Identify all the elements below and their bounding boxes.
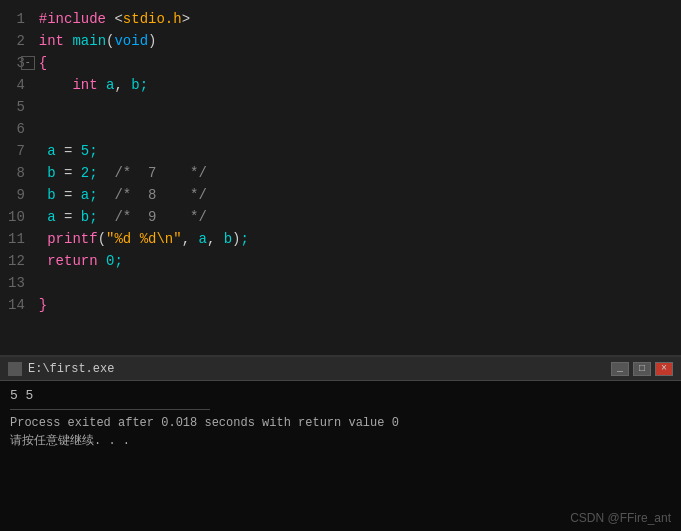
token-kw-var: a xyxy=(47,206,55,228)
token-kw-printf: printf xyxy=(47,228,97,250)
token-plain xyxy=(98,250,106,272)
code-line-4: int a, b; xyxy=(39,74,681,96)
token-plain xyxy=(98,74,106,96)
token-kw-var: a xyxy=(198,228,206,250)
token-kw-semicolon: ; xyxy=(89,162,97,184)
token-kw-num: 5 xyxy=(81,140,89,162)
token-plain xyxy=(56,140,64,162)
token-kw-num: 0 xyxy=(106,250,114,272)
line-number-11: 11 xyxy=(8,228,25,250)
token-plain xyxy=(106,8,114,30)
token-plain xyxy=(39,140,47,162)
terminal-icon xyxy=(8,362,22,376)
token-kw-paren: ) xyxy=(232,228,240,250)
terminal-title-left: E:\first.exe xyxy=(8,362,114,376)
token-plain xyxy=(39,74,73,96)
line-number-4: 4 xyxy=(8,74,25,96)
terminal-separator xyxy=(10,409,210,410)
minimize-button[interactable]: _ xyxy=(611,362,629,376)
token-kw-var: a xyxy=(81,184,89,206)
token-kw-var: b xyxy=(131,74,139,96)
code-line-12: return 0; xyxy=(39,250,681,272)
code-line-13 xyxy=(39,272,681,294)
line-number-5: 5 xyxy=(8,96,25,118)
token-kw-include: #include xyxy=(39,8,106,30)
app-container: 1234567891011121314 #include <stdio.h>in… xyxy=(0,0,681,531)
token-kw-op: = xyxy=(64,140,72,162)
token-kw-semicolon: ; xyxy=(114,250,122,272)
terminal-title-text: E:\first.exe xyxy=(28,362,114,376)
line-number-12: 12 xyxy=(8,250,25,272)
token-kw-comma: , xyxy=(207,228,215,250)
token-plain xyxy=(98,184,115,206)
maximize-button[interactable]: □ xyxy=(633,362,651,376)
code-line-7: a = 5; xyxy=(39,140,681,162)
token-kw-func: main xyxy=(72,30,106,52)
code-line-3: -{ xyxy=(39,52,681,74)
token-plain xyxy=(39,228,47,250)
token-plain xyxy=(123,74,131,96)
token-kw-var: b xyxy=(81,206,89,228)
token-kw-semicolon: ; xyxy=(89,140,97,162)
token-kw-semicolon: ; xyxy=(140,74,148,96)
code-line-10: a = b; /* 9 */ xyxy=(39,206,681,228)
token-kw-paren: ( xyxy=(106,30,114,52)
code-line-14: } xyxy=(39,294,681,316)
token-kw-var: b xyxy=(47,162,55,184)
token-kw-op: = xyxy=(64,206,72,228)
token-kw-return: return xyxy=(47,250,97,272)
code-line-2: int main(void) xyxy=(39,30,681,52)
line-number-14: 14 xyxy=(8,294,25,316)
token-kw-type: int xyxy=(39,30,64,52)
token-kw-angle: > xyxy=(182,8,190,30)
token-kw-var: a xyxy=(47,140,55,162)
csdn-watermark: CSDN @FFire_ant xyxy=(570,509,671,527)
token-kw-semicolon: ; xyxy=(89,206,97,228)
token-plain xyxy=(39,250,47,272)
line-number-13: 13 xyxy=(8,272,25,294)
token-plain xyxy=(39,162,47,184)
token-kw-angle: < xyxy=(114,8,122,30)
token-plain xyxy=(56,206,64,228)
token-kw-var: b xyxy=(224,228,232,250)
code-line-6 xyxy=(39,118,681,140)
terminal-titlebar: E:\first.exe _ □ × xyxy=(0,357,681,381)
terminal-process-line: Process exited after 0.018 seconds with … xyxy=(10,416,399,430)
terminal-output: 5 5 xyxy=(10,387,671,405)
token-kw-comma: , xyxy=(114,74,122,96)
code-area: #include <stdio.h>int main(void)-{ int a… xyxy=(31,0,681,355)
line-number-1: 1 xyxy=(8,8,25,30)
line-number-9: 9 xyxy=(8,184,25,206)
token-kw-op: = xyxy=(64,162,72,184)
token-kw-var: a xyxy=(106,74,114,96)
token-kw-type: int xyxy=(72,74,97,96)
token-plain xyxy=(72,184,80,206)
token-kw-num: 2 xyxy=(81,162,89,184)
token-plain xyxy=(64,30,72,52)
token-kw-paren: ) xyxy=(148,30,156,52)
token-kw-void: void xyxy=(114,30,148,52)
token-plain xyxy=(56,162,64,184)
fold-marker-3[interactable]: - xyxy=(21,56,35,70)
line-number-8: 8 xyxy=(8,162,25,184)
token-plain xyxy=(215,228,223,250)
code-line-11: printf("%d %d\n", a, b); xyxy=(39,228,681,250)
token-kw-header: stdio.h xyxy=(123,8,182,30)
token-kw-brace: { xyxy=(39,52,47,74)
close-button[interactable]: × xyxy=(655,362,673,376)
token-plain xyxy=(72,140,80,162)
token-kw-comment: /* 7 */ xyxy=(114,162,206,184)
token-plain xyxy=(56,184,64,206)
token-plain xyxy=(72,206,80,228)
terminal-wrapper: E:\first.exe _ □ × 5 5 Process exited af… xyxy=(0,355,681,531)
code-line-8: b = 2; /* 7 */ xyxy=(39,162,681,184)
code-line-1: #include <stdio.h> xyxy=(39,8,681,30)
terminal-controls[interactable]: _ □ × xyxy=(611,362,673,376)
token-kw-semicolon: ; xyxy=(241,228,249,250)
line-number-7: 7 xyxy=(8,140,25,162)
token-kw-brace: } xyxy=(39,294,47,316)
token-kw-op: = xyxy=(64,184,72,206)
token-plain xyxy=(190,228,198,250)
token-kw-comment: /* 8 */ xyxy=(114,184,206,206)
token-kw-string: "%d %d\n" xyxy=(106,228,182,250)
